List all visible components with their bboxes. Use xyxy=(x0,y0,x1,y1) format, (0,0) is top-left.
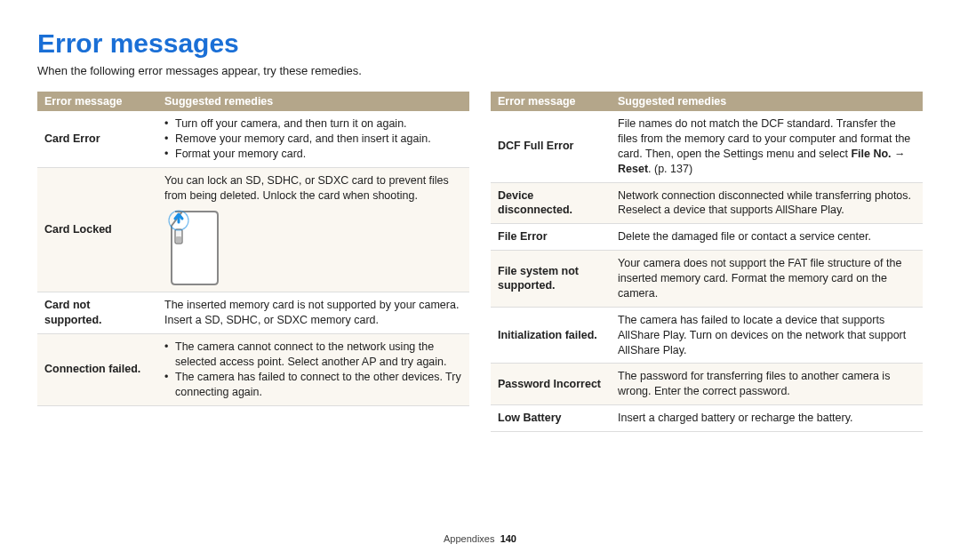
remedy-cell: Network connection disconnected while tr… xyxy=(611,182,923,224)
error-name: Initialization failed. xyxy=(491,307,611,364)
error-table-left: Error message Suggested remedies Card Er… xyxy=(37,92,469,406)
header-remedy: Suggested remedies xyxy=(611,92,923,111)
remedy-item: Format your memory card. xyxy=(164,147,462,162)
columns: Error message Suggested remedies Card Er… xyxy=(37,92,923,432)
remedy-text: Your camera does not support the FAT fil… xyxy=(618,257,901,300)
right-column: Error message Suggested remedies DCF Ful… xyxy=(491,92,923,432)
remedy-text: The password for transferring files to a… xyxy=(618,370,890,397)
remedy-cell: You can lock an SD, SDHC, or SDXC card t… xyxy=(157,167,469,292)
manual-page: Error messages When the following error … xyxy=(0,0,960,560)
table-row: Card not supported.The inserted memory c… xyxy=(37,292,469,334)
table-row: Connection failed.The camera cannot conn… xyxy=(37,334,469,406)
error-name: Device disconnected. xyxy=(491,182,611,224)
remedy-list: Turn off your camera, and then turn it o… xyxy=(164,116,462,162)
remedy-text: Delete the damaged file or contact a ser… xyxy=(618,230,871,243)
error-table-right: Error message Suggested remedies DCF Ful… xyxy=(491,92,923,432)
remedy-item: The camera has failed to connect to the … xyxy=(164,370,462,400)
page-footer: Appendixes 140 xyxy=(0,533,960,544)
page-title: Error messages xyxy=(37,28,923,59)
remedy-cell: Delete the damaged file or contact a ser… xyxy=(611,224,923,251)
table-row: File system not supported.Your camera do… xyxy=(491,251,923,308)
error-name: File Error xyxy=(491,224,611,251)
footer-section: Appendixes xyxy=(444,533,495,544)
footer-page-number: 140 xyxy=(500,533,516,544)
error-name: Connection failed. xyxy=(37,334,157,406)
remedy-list: The camera cannot connect to the network… xyxy=(164,340,462,400)
remedy-item: Turn off your camera, and then turn it o… xyxy=(164,116,462,132)
remedy-cell: The camera has failed to locate a device… xyxy=(611,307,923,364)
table-row: Initialization failed.The camera has fai… xyxy=(491,307,923,364)
remedy-cell: Insert a charged battery or recharge the… xyxy=(611,405,923,432)
error-name: Card not supported. xyxy=(37,292,157,334)
remedy-item: Remove your memory card, and then insert… xyxy=(164,132,462,147)
remedy-text: The camera has failed to locate a device… xyxy=(618,314,906,356)
sd-card-icon xyxy=(164,210,462,286)
error-name: Card Locked xyxy=(37,167,157,292)
remedy-text: Network connection disconnected while tr… xyxy=(618,189,911,217)
header-remedy: Suggested remedies xyxy=(157,92,469,111)
table-row: DCF Full ErrorFile names do not match th… xyxy=(491,111,923,182)
svg-rect-1 xyxy=(176,236,181,243)
remedy-cell: The password for transferring files to a… xyxy=(611,364,923,405)
remedy-cell: Your camera does not support the FAT fil… xyxy=(611,251,923,308)
table-row: Device disconnected.Network connection d… xyxy=(491,182,923,224)
remedy-text: You can lock an SD, SDHC, or SDXC card t… xyxy=(164,174,449,202)
remedy-text: Insert a charged battery or recharge the… xyxy=(618,412,853,424)
remedy-item: The camera cannot connect to the network… xyxy=(164,340,462,370)
error-name: Password Incorrect xyxy=(491,364,611,405)
remedy-text: The inserted memory card is not supporte… xyxy=(164,299,459,326)
table-row: Password IncorrectThe password for trans… xyxy=(491,364,923,405)
remedy-cell: Turn off your camera, and then turn it o… xyxy=(157,111,469,167)
header-error: Error message xyxy=(491,92,611,111)
header-error: Error message xyxy=(37,92,157,111)
table-row: Low BatteryInsert a charged battery or r… xyxy=(491,405,923,432)
table-row: File ErrorDelete the damaged file or con… xyxy=(491,224,923,251)
table-row: Card LockedYou can lock an SD, SDHC, or … xyxy=(37,167,469,292)
remedy-cell: The inserted memory card is not supporte… xyxy=(157,292,469,334)
remedy-text: File names do not match the DCF standard… xyxy=(618,117,910,175)
error-name: Low Battery xyxy=(491,405,611,432)
error-name: Card Error xyxy=(37,111,157,167)
error-name: File system not supported. xyxy=(491,251,611,308)
table-row: Card ErrorTurn off your camera, and then… xyxy=(37,111,469,167)
left-column: Error message Suggested remedies Card Er… xyxy=(37,92,469,432)
intro-text: When the following error messages appear… xyxy=(37,64,923,77)
remedy-cell: File names do not match the DCF standard… xyxy=(611,111,923,182)
error-name: DCF Full Error xyxy=(491,111,611,182)
remedy-cell: The camera cannot connect to the network… xyxy=(157,334,469,406)
